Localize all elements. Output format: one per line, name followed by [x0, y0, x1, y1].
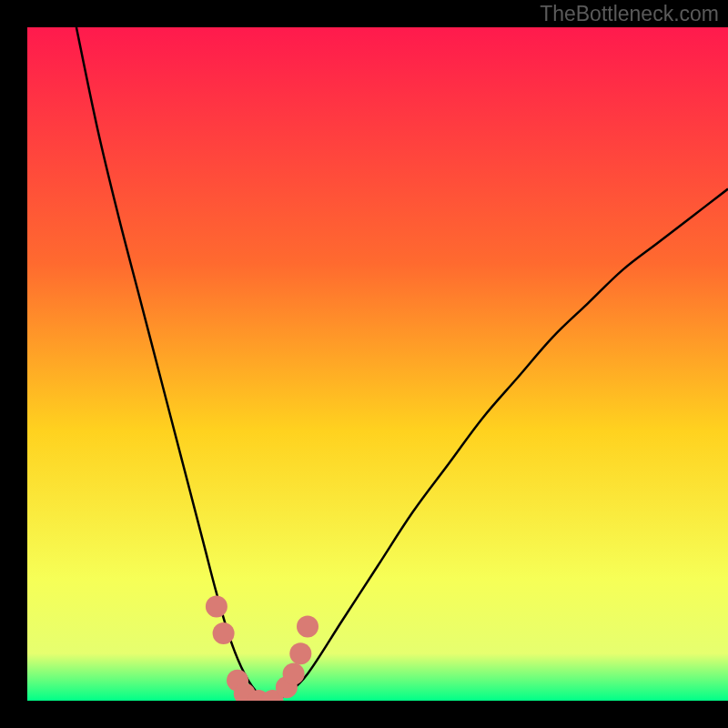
marker-point	[297, 616, 318, 638]
bottleneck-chart	[27, 27, 728, 701]
chart-container	[27, 27, 728, 701]
marker-point	[289, 642, 311, 664]
marker-point	[206, 595, 228, 617]
marker-point	[213, 622, 235, 644]
marker-point	[283, 662, 305, 684]
watermark-label: TheBottleneck.com	[540, 2, 719, 26]
gradient-background	[27, 27, 728, 701]
